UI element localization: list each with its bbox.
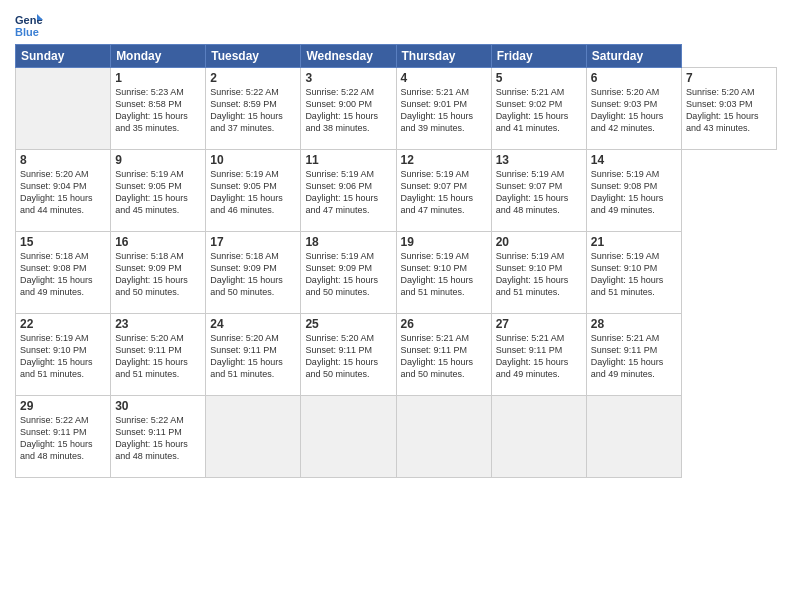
weekday-header-monday: Monday (111, 45, 206, 68)
cell-text: Sunrise: 5:19 AMSunset: 9:05 PMDaylight:… (210, 168, 296, 217)
cell-text: Sunrise: 5:19 AMSunset: 9:10 PMDaylight:… (401, 250, 487, 299)
table-row: 18 Sunrise: 5:19 AMSunset: 9:09 PMDaylig… (301, 232, 396, 314)
weekday-header-tuesday: Tuesday (206, 45, 301, 68)
empty-cell (16, 68, 111, 150)
table-row: 30 Sunrise: 5:22 AMSunset: 9:11 PMDaylig… (111, 396, 206, 478)
day-number: 12 (401, 153, 487, 167)
table-row: 14 Sunrise: 5:19 AMSunset: 9:08 PMDaylig… (586, 150, 681, 232)
cell-text: Sunrise: 5:21 AMSunset: 9:11 PMDaylight:… (591, 332, 677, 381)
cell-text: Sunrise: 5:19 AMSunset: 9:10 PMDaylight:… (591, 250, 677, 299)
day-number: 10 (210, 153, 296, 167)
table-row: 4 Sunrise: 5:21 AMSunset: 9:01 PMDayligh… (396, 68, 491, 150)
cell-text: Sunrise: 5:20 AMSunset: 9:11 PMDaylight:… (305, 332, 391, 381)
weekday-header-wednesday: Wednesday (301, 45, 396, 68)
table-row: 6 Sunrise: 5:20 AMSunset: 9:03 PMDayligh… (586, 68, 681, 150)
cell-text: Sunrise: 5:20 AMSunset: 9:04 PMDaylight:… (20, 168, 106, 217)
cell-text: Sunrise: 5:19 AMSunset: 9:05 PMDaylight:… (115, 168, 201, 217)
table-row: 23 Sunrise: 5:20 AMSunset: 9:11 PMDaylig… (111, 314, 206, 396)
day-number: 9 (115, 153, 201, 167)
day-number: 17 (210, 235, 296, 249)
cell-text: Sunrise: 5:23 AMSunset: 8:58 PMDaylight:… (115, 86, 201, 135)
cell-text: Sunrise: 5:22 AMSunset: 9:11 PMDaylight:… (115, 414, 201, 463)
day-number: 16 (115, 235, 201, 249)
table-row: 12 Sunrise: 5:19 AMSunset: 9:07 PMDaylig… (396, 150, 491, 232)
day-number: 19 (401, 235, 487, 249)
table-row: 27 Sunrise: 5:21 AMSunset: 9:11 PMDaylig… (491, 314, 586, 396)
logo-icon: General Blue (15, 10, 43, 38)
day-number: 30 (115, 399, 201, 413)
cell-text: Sunrise: 5:21 AMSunset: 9:11 PMDaylight:… (401, 332, 487, 381)
day-number: 21 (591, 235, 677, 249)
day-number: 22 (20, 317, 106, 331)
cell-text: Sunrise: 5:18 AMSunset: 9:09 PMDaylight:… (210, 250, 296, 299)
weekday-header-friday: Friday (491, 45, 586, 68)
day-number: 5 (496, 71, 582, 85)
calendar: SundayMondayTuesdayWednesdayThursdayFrid… (15, 44, 777, 478)
logo: General Blue (15, 10, 47, 38)
cell-text: Sunrise: 5:21 AMSunset: 9:01 PMDaylight:… (401, 86, 487, 135)
day-number: 26 (401, 317, 487, 331)
day-number: 14 (591, 153, 677, 167)
table-row: 5 Sunrise: 5:21 AMSunset: 9:02 PMDayligh… (491, 68, 586, 150)
day-number: 1 (115, 71, 201, 85)
table-row (301, 396, 396, 478)
day-number: 25 (305, 317, 391, 331)
table-row: 19 Sunrise: 5:19 AMSunset: 9:10 PMDaylig… (396, 232, 491, 314)
day-number: 27 (496, 317, 582, 331)
day-number: 11 (305, 153, 391, 167)
table-row: 16 Sunrise: 5:18 AMSunset: 9:09 PMDaylig… (111, 232, 206, 314)
table-row: 29 Sunrise: 5:22 AMSunset: 9:11 PMDaylig… (16, 396, 111, 478)
weekday-header-sunday: Sunday (16, 45, 111, 68)
table-row (206, 396, 301, 478)
table-row: 9 Sunrise: 5:19 AMSunset: 9:05 PMDayligh… (111, 150, 206, 232)
day-number: 28 (591, 317, 677, 331)
cell-text: Sunrise: 5:22 AMSunset: 8:59 PMDaylight:… (210, 86, 296, 135)
cell-text: Sunrise: 5:18 AMSunset: 9:08 PMDaylight:… (20, 250, 106, 299)
cell-text: Sunrise: 5:21 AMSunset: 9:11 PMDaylight:… (496, 332, 582, 381)
cell-text: Sunrise: 5:19 AMSunset: 9:10 PMDaylight:… (496, 250, 582, 299)
cell-text: Sunrise: 5:19 AMSunset: 9:09 PMDaylight:… (305, 250, 391, 299)
table-row: 7 Sunrise: 5:20 AMSunset: 9:03 PMDayligh… (681, 68, 776, 150)
table-row: 13 Sunrise: 5:19 AMSunset: 9:07 PMDaylig… (491, 150, 586, 232)
table-row: 1 Sunrise: 5:23 AMSunset: 8:58 PMDayligh… (111, 68, 206, 150)
table-row: 20 Sunrise: 5:19 AMSunset: 9:10 PMDaylig… (491, 232, 586, 314)
table-row: 11 Sunrise: 5:19 AMSunset: 9:06 PMDaylig… (301, 150, 396, 232)
weekday-header-saturday: Saturday (586, 45, 681, 68)
day-number: 29 (20, 399, 106, 413)
cell-text: Sunrise: 5:19 AMSunset: 9:10 PMDaylight:… (20, 332, 106, 381)
table-row: 8 Sunrise: 5:20 AMSunset: 9:04 PMDayligh… (16, 150, 111, 232)
day-number: 13 (496, 153, 582, 167)
cell-text: Sunrise: 5:20 AMSunset: 9:11 PMDaylight:… (210, 332, 296, 381)
table-row (586, 396, 681, 478)
table-row: 2 Sunrise: 5:22 AMSunset: 8:59 PMDayligh… (206, 68, 301, 150)
table-row: 15 Sunrise: 5:18 AMSunset: 9:08 PMDaylig… (16, 232, 111, 314)
cell-text: Sunrise: 5:20 AMSunset: 9:11 PMDaylight:… (115, 332, 201, 381)
table-row: 10 Sunrise: 5:19 AMSunset: 9:05 PMDaylig… (206, 150, 301, 232)
cell-text: Sunrise: 5:21 AMSunset: 9:02 PMDaylight:… (496, 86, 582, 135)
table-row: 21 Sunrise: 5:19 AMSunset: 9:10 PMDaylig… (586, 232, 681, 314)
table-row: 17 Sunrise: 5:18 AMSunset: 9:09 PMDaylig… (206, 232, 301, 314)
table-row: 25 Sunrise: 5:20 AMSunset: 9:11 PMDaylig… (301, 314, 396, 396)
cell-text: Sunrise: 5:22 AMSunset: 9:00 PMDaylight:… (305, 86, 391, 135)
day-number: 4 (401, 71, 487, 85)
day-number: 6 (591, 71, 677, 85)
table-row: 24 Sunrise: 5:20 AMSunset: 9:11 PMDaylig… (206, 314, 301, 396)
day-number: 15 (20, 235, 106, 249)
table-row (396, 396, 491, 478)
cell-text: Sunrise: 5:18 AMSunset: 9:09 PMDaylight:… (115, 250, 201, 299)
cell-text: Sunrise: 5:22 AMSunset: 9:11 PMDaylight:… (20, 414, 106, 463)
table-row: 26 Sunrise: 5:21 AMSunset: 9:11 PMDaylig… (396, 314, 491, 396)
day-number: 24 (210, 317, 296, 331)
table-row: 22 Sunrise: 5:19 AMSunset: 9:10 PMDaylig… (16, 314, 111, 396)
cell-text: Sunrise: 5:20 AMSunset: 9:03 PMDaylight:… (686, 86, 772, 135)
day-number: 8 (20, 153, 106, 167)
table-row: 3 Sunrise: 5:22 AMSunset: 9:00 PMDayligh… (301, 68, 396, 150)
day-number: 23 (115, 317, 201, 331)
cell-text: Sunrise: 5:19 AMSunset: 9:07 PMDaylight:… (401, 168, 487, 217)
day-number: 7 (686, 71, 772, 85)
cell-text: Sunrise: 5:20 AMSunset: 9:03 PMDaylight:… (591, 86, 677, 135)
day-number: 20 (496, 235, 582, 249)
cell-text: Sunrise: 5:19 AMSunset: 9:06 PMDaylight:… (305, 168, 391, 217)
day-number: 2 (210, 71, 296, 85)
table-row: 28 Sunrise: 5:21 AMSunset: 9:11 PMDaylig… (586, 314, 681, 396)
